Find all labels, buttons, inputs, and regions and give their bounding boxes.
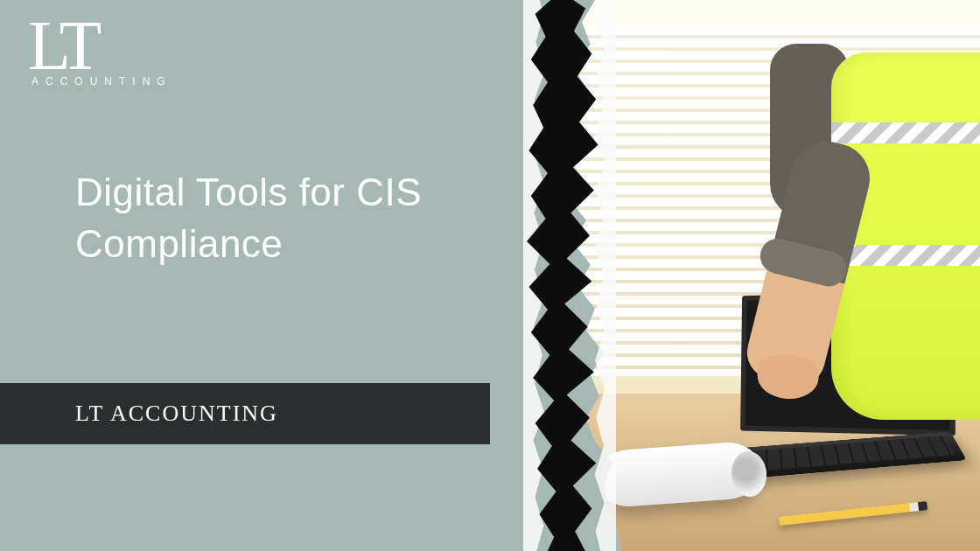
rolled-paper-plans — [595, 446, 761, 503]
brand-bar-label: LT ACCOUNTING — [75, 401, 278, 427]
brand-logo: LT ACCOUNTING — [28, 17, 172, 87]
hero-photo — [542, 0, 980, 551]
banner-graphic: LT ACCOUNTING Digital Tools for CIS Comp… — [0, 0, 980, 551]
logo-wordmark: ACCOUNTING — [32, 75, 172, 87]
page-title: Digital Tools for CIS Compliance — [75, 166, 495, 270]
logo-monogram: LT — [28, 17, 172, 73]
brand-bar: LT ACCOUNTING — [0, 383, 490, 444]
